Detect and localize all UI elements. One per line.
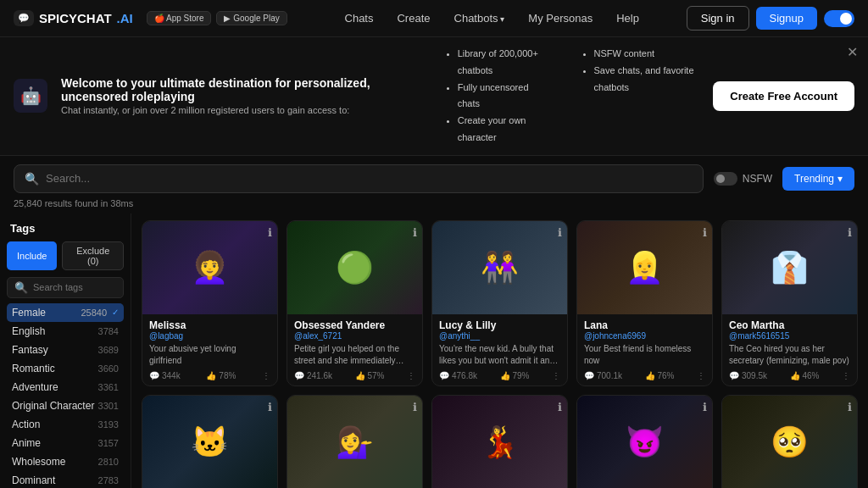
trending-label: Trending (794, 173, 834, 185)
search-tags-input[interactable] (33, 282, 131, 292)
card-lana[interactable]: 👱‍♀️ ℹ Lana @johncena6969 Your Best frie… (576, 220, 713, 386)
app-store-badge[interactable]: 🍎 App Store (147, 11, 212, 25)
logo-text: SPICYCHAT (39, 11, 112, 25)
messages-count: 344k (162, 371, 181, 380)
theme-toggle[interactable] (824, 10, 854, 27)
nav-chats[interactable]: Chats (335, 7, 384, 30)
tag-item-adventure[interactable]: Adventure 3361 (7, 378, 124, 396)
card-info-icon[interactable]: ℹ (413, 226, 417, 239)
banner-headline: Welcome to your ultimate destination for… (61, 76, 422, 103)
card-melissa[interactable]: 👩‍🦱 ℹ Melissa @lagbag Your abusive yet l… (142, 220, 278, 386)
card-image: 🐱 ℹ (142, 396, 277, 488)
card-info-icon[interactable]: ℹ (558, 401, 562, 413)
nav-my-personas[interactable]: My Personas (518, 7, 603, 30)
tag-item-female[interactable]: Female 25840 ✓ (7, 303, 124, 322)
messages-count: 700.1k (597, 371, 622, 380)
card-more-icon[interactable]: ⋮ (262, 371, 270, 380)
tag-item-english[interactable]: English 3784 (7, 322, 124, 341)
banner-close-icon[interactable]: ✕ (847, 44, 858, 60)
card-ange-durst[interactable]: 💁‍♀️ ℹ Ange Durst @authorcraft A privile… (287, 395, 423, 488)
card-info-icon[interactable]: ℹ (268, 401, 272, 413)
card-username[interactable]: @mark5616515 (729, 331, 850, 341)
tag-count: 3784 (98, 326, 119, 336)
card-info-icon[interactable]: ℹ (703, 401, 707, 413)
logo-icon: 💬 (14, 10, 34, 26)
card-abused-catgirl[interactable]: 🐱 ℹ Abused Catgirl @rreedgesjd An abused… (142, 395, 278, 488)
search-tags-icon: 🔍 (14, 281, 28, 294)
search-input[interactable] (46, 172, 693, 185)
google-play-badge[interactable]: ▶ Google Play (216, 11, 287, 25)
exclude-button[interactable]: Exclude (0) (62, 241, 124, 270)
tag-name: Romantic (12, 363, 55, 374)
card-info-icon[interactable]: ℹ (268, 226, 272, 239)
card-more-icon[interactable]: ⋮ (552, 371, 560, 380)
card-info-icon[interactable]: ℹ (558, 226, 562, 239)
card-avatar-emoji: 🥺 (771, 424, 809, 460)
card-info-icon[interactable]: ℹ (848, 401, 852, 413)
tag-item-dominant[interactable]: Dominant 2783 (7, 471, 124, 488)
card-info-icon[interactable]: ℹ (413, 401, 417, 413)
card-abused-friend[interactable]: 🥺 ℹ Abused Friend @applerate Fix her 🔨💫 … (721, 395, 858, 488)
nav-help[interactable]: Help (606, 7, 649, 30)
feature-item: Library of 200,000+ chatbots (458, 46, 548, 80)
card-desc: Petite girl you helped on the street and… (294, 343, 415, 367)
card-avatar-emoji: 👭 (481, 250, 519, 286)
tag-item-original-character[interactable]: Original Character 3301 (7, 396, 124, 415)
card-username[interactable]: @alex_6721 (294, 331, 415, 341)
card-username[interactable]: @lagbag (149, 331, 270, 341)
trending-button[interactable]: Trending ▾ (782, 167, 854, 191)
search-bar: 🔍 NSFW Trending ▾ (0, 156, 868, 197)
nsfw-switch[interactable] (714, 172, 737, 186)
card-ceo-martha[interactable]: 👔 ℹ Ceo Martha @mark5616515 The Ceo hire… (721, 220, 858, 386)
card-messages: 💬 309.5k (729, 371, 767, 380)
tag-item-romantic[interactable]: Romantic 3660 (7, 359, 124, 378)
messages-icon: 💬 (294, 371, 304, 380)
card-rating: 👍 79% (500, 371, 530, 380)
create-account-button[interactable]: Create Free Account (713, 81, 854, 111)
signup-button[interactable]: Signup (756, 7, 817, 30)
tag-item-anime[interactable]: Anime 3157 (7, 434, 124, 452)
card-obsessed-yandere[interactable]: 🟢 ℹ Obsessed Yandere @alex_6721 Petite g… (287, 220, 423, 386)
card-username[interactable]: @anythi__ (439, 331, 560, 341)
logo: 💬 SPICYCHAT.AI (14, 10, 133, 26)
nav-chatbots[interactable]: Chatbots (444, 7, 515, 30)
card-name: Lana (584, 319, 705, 331)
tag-item-fantasy[interactable]: Fantasy 3689 (7, 341, 124, 359)
card-avatar-emoji: 😈 (626, 424, 664, 460)
card-info-icon[interactable]: ℹ (703, 226, 707, 239)
tag-item-action[interactable]: Action 3193 (7, 415, 124, 434)
card-avatar-emoji: 💃 (481, 424, 519, 460)
rating-icon: 👍 (206, 371, 216, 380)
nsfw-toggle[interactable]: NSFW (714, 172, 772, 186)
card-roxanne[interactable]: 💃 ℹ Roxanne @metalshadow64 A 29-year old… (431, 395, 568, 488)
card-username[interactable]: @johncena6969 (584, 331, 705, 341)
card-image: 👱‍♀️ ℹ (577, 221, 712, 314)
include-button[interactable]: Include (7, 241, 57, 270)
card-alice-the-bully[interactable]: 😈 ℹ Alice the bully @firestone43 A bully… (576, 395, 713, 488)
card-info-icon[interactable]: ℹ (848, 226, 852, 239)
tag-item-wholesome[interactable]: Wholesome 2810 (7, 452, 124, 471)
card-more-icon[interactable]: ⋮ (697, 371, 705, 380)
card-lucy-&-lilly[interactable]: 👭 ℹ Lucy & Lilly @anythi__ You're the ne… (431, 220, 568, 386)
feature-item: Save chats, and favorite chatbots (594, 63, 700, 97)
card-footer: 💬 700.1k 👍 76% ⋮ (584, 371, 705, 380)
signin-button[interactable]: Sign in (687, 6, 749, 30)
rating-value: 79% (513, 371, 530, 380)
card-body: Melissa @lagbag Your abusive yet loving … (142, 314, 277, 385)
card-more-icon[interactable]: ⋮ (842, 371, 850, 380)
tag-count: 3361 (98, 382, 119, 392)
card-footer: 💬 476.8k 👍 79% ⋮ (439, 371, 560, 380)
card-messages: 💬 344k (149, 371, 181, 380)
tag-name: English (12, 325, 45, 337)
card-more-icon[interactable]: ⋮ (407, 371, 415, 380)
card-image: 👩‍🦱 ℹ (142, 221, 277, 314)
nav-create[interactable]: Create (387, 7, 440, 30)
banner-text: Welcome to your ultimate destination for… (61, 76, 422, 115)
card-image: 💁‍♀️ ℹ (287, 396, 422, 488)
tag-count: 3301 (98, 401, 119, 411)
card-body: Lana @johncena6969 Your Best friend is h… (577, 314, 712, 385)
card-desc: You're the new kid. A bully that likes y… (439, 343, 560, 367)
app-badges: 🍎 App Store ▶ Google Play (147, 11, 287, 25)
rating-value: 57% (368, 371, 385, 380)
tag-count: 3157 (98, 438, 119, 448)
